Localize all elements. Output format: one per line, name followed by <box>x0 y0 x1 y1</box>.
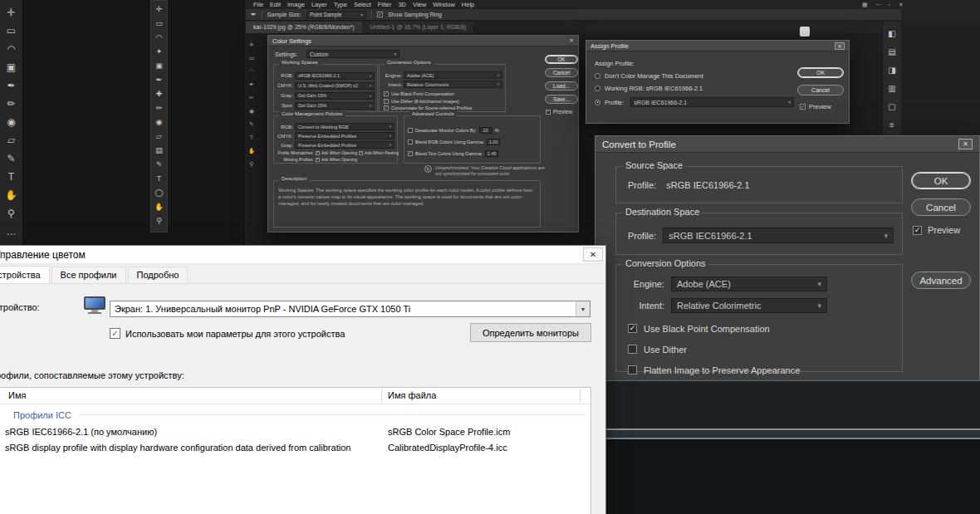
tool-icon[interactable]: ✒ <box>0 76 22 95</box>
panel-icon[interactable]: ▥ <box>883 80 901 98</box>
policy-dropdown[interactable]: Convert to Working RGB▾ <box>295 123 394 130</box>
policy-dropdown[interactable]: Preserve Embedded Profiles▾ <box>295 141 394 149</box>
table-row[interactable]: sRGB display profile with display hardwa… <box>0 440 590 456</box>
radio-button[interactable] <box>595 73 600 79</box>
sample-size-dropdown[interactable]: Point Sample▾ <box>306 11 366 19</box>
tool-icon[interactable]: ✚ <box>151 87 167 101</box>
dialog-titlebar[interactable]: Color Settings ✕ <box>268 36 578 47</box>
menu-item[interactable]: View <box>413 1 426 8</box>
checkbox[interactable]: ✓ <box>316 158 320 162</box>
panel-icon[interactable]: ≡ <box>883 116 901 135</box>
window-icon[interactable]: ✕ <box>899 2 904 8</box>
cc-badge-icon[interactable] <box>800 27 810 37</box>
engine-dropdown[interactable]: Adobe (ACE)▾ <box>671 277 827 291</box>
column-divider[interactable] <box>381 389 382 403</box>
close-icon[interactable]: ✕ <box>569 37 574 44</box>
tool-icon[interactable]: T <box>0 168 22 186</box>
tool-icon[interactable]: ✛ <box>0 3 22 22</box>
value-field[interactable]: 1.00 <box>487 139 500 145</box>
menu-item[interactable]: Window <box>433 1 455 8</box>
intent-dropdown[interactable]: Relative Colorimetric▾ <box>671 298 827 313</box>
preview-checkbox[interactable]: ✓ <box>546 110 551 115</box>
menu-item[interactable]: Edit <box>270 1 281 8</box>
tool-icon[interactable]: ▱ <box>0 131 22 149</box>
tool-icon[interactable]: ◠ <box>247 65 257 78</box>
tool-icon[interactable]: ✏ <box>0 95 22 113</box>
tool-icon[interactable]: ✎ <box>151 158 167 172</box>
document-tab[interactable]: Untitled-1 @ 16.7% (Layer 1, RGB/8) <box>363 22 475 33</box>
column-divider[interactable] <box>580 389 581 403</box>
sampling-ring-checkbox[interactable]: ✓ <box>377 12 383 17</box>
advanced-button[interactable]: Advanced <box>911 272 971 289</box>
tool-icon[interactable]: ✎ <box>247 118 257 131</box>
tool-icon[interactable]: ▣ <box>0 58 22 76</box>
tab-devices[interactable]: Устройства <box>0 266 50 283</box>
tool-icon[interactable]: ◠ <box>151 31 167 45</box>
cancel-button[interactable]: Cancel <box>545 68 578 77</box>
radio-button[interactable]: ● <box>595 100 600 105</box>
tool-icon[interactable]: ✋ <box>0 186 22 204</box>
tab-advanced[interactable]: Подробно <box>128 267 189 283</box>
tab-all-profiles[interactable]: Все профили <box>51 267 126 283</box>
tool-icon[interactable]: ◉ <box>247 105 257 118</box>
dialog-titlebar[interactable]: Assign Profile ✕ <box>586 41 849 51</box>
panel-icon[interactable]: ▢ <box>883 98 901 116</box>
checkbox[interactable]: ✓ <box>628 324 637 333</box>
preview-checkbox[interactable]: ✓ <box>913 226 922 235</box>
intent-dropdown[interactable]: Relative Colorimetric▾ <box>404 81 502 88</box>
menu-item[interactable]: File <box>253 1 263 8</box>
ok-button[interactable]: OK <box>911 172 971 189</box>
panel-icon[interactable]: ▤ <box>883 43 901 61</box>
tool-icon[interactable]: ⚲ <box>0 204 22 223</box>
row-dropdown[interactable]: U.S. Web Coated (SWOP) v2▾ <box>295 82 375 90</box>
tool-icon[interactable]: ▭ <box>151 17 167 31</box>
tool-icon[interactable]: ⚲ <box>247 158 257 171</box>
ok-button[interactable]: OK <box>545 55 578 64</box>
tool-icon[interactable]: ◯ <box>151 186 167 200</box>
value-field[interactable]: 1.45 <box>485 150 498 157</box>
tool-icon[interactable]: ▭ <box>0 22 22 40</box>
tool-icon[interactable]: ✏ <box>247 91 257 105</box>
close-icon[interactable]: ✕ <box>835 42 845 50</box>
checkbox[interactable] <box>408 140 413 144</box>
menu-item[interactable]: Filter <box>378 1 392 8</box>
window-icon[interactable]: ▦ <box>862 2 868 8</box>
dialog-titlebar[interactable]: Convert to Profile ✕ <box>595 136 979 153</box>
table-group-row[interactable]: Профили ICC <box>0 408 586 422</box>
checkbox[interactable]: ✓ <box>359 151 363 155</box>
panel-icon[interactable]: ◨ <box>883 61 901 80</box>
settings-dropdown[interactable]: Custom▾ <box>306 50 399 58</box>
tool-icon[interactable]: ◉ <box>0 113 22 131</box>
tool-icon[interactable]: ✛ <box>247 38 257 51</box>
use-my-settings-checkbox[interactable]: ✓ <box>110 328 120 339</box>
close-button[interactable]: ✕ <box>583 247 603 262</box>
tool-icon[interactable]: ✛ <box>151 2 167 17</box>
tool-icon[interactable]: ✋ <box>247 144 257 158</box>
preview-checkbox[interactable]: ✓ <box>800 104 806 110</box>
document-tab[interactable]: kar-1029.jpg @ 25% (RGB/8/Mondeo*) <box>246 22 363 33</box>
checkbox[interactable]: ✓ <box>316 151 320 155</box>
checkbox[interactable]: ✓ <box>408 151 413 156</box>
tool-icon[interactable]: ✏ <box>151 101 167 115</box>
tool-icon[interactable]: ◉ <box>151 115 167 130</box>
device-dropdown[interactable]: Экран: 1. Универсальный монитор PnP - NV… <box>110 301 590 317</box>
table-row[interactable]: sRGB IEC61966-2.1 (по умолчанию) sRGB Co… <box>0 424 590 440</box>
window-titlebar[interactable]: Управление цветом ✕ <box>0 246 605 264</box>
tool-icon[interactable]: ✎ <box>0 149 22 168</box>
checkbox[interactable] <box>408 128 413 133</box>
checkbox[interactable] <box>628 345 637 354</box>
tool-icon[interactable]: ✋ <box>151 200 167 214</box>
tool-icon[interactable]: ▭ <box>247 51 257 65</box>
radio-button[interactable] <box>595 86 600 91</box>
tool-icon[interactable]: ▣ <box>151 59 167 73</box>
tool-icon[interactable]: ✒ <box>247 78 257 91</box>
engine-dropdown[interactable]: Adobe (ACE)▾ <box>404 71 502 79</box>
identify-monitors-button[interactable]: Определить мониторы <box>470 323 591 342</box>
menu-item[interactable]: Type <box>334 1 347 8</box>
menu-item[interactable]: Image <box>287 1 305 8</box>
column-header-file[interactable]: Имя файла <box>388 390 436 400</box>
ok-button[interactable]: OK <box>797 67 844 78</box>
tool-icon[interactable]: ✒ <box>151 73 167 87</box>
value-field[interactable]: 20 <box>479 127 492 134</box>
checkbox[interactable]: ✓ <box>384 99 389 104</box>
